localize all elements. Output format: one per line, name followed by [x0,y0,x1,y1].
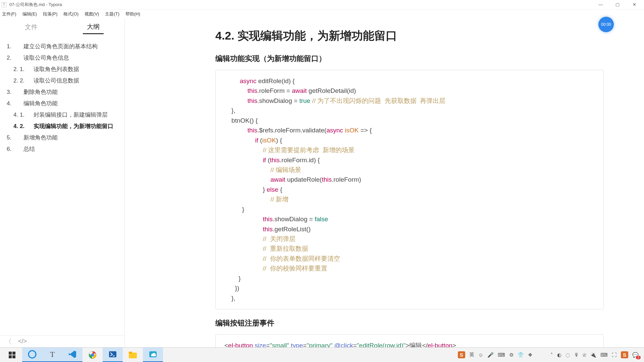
menu-theme[interactable]: 主题(T) [105,11,119,17]
ime-lang[interactable]: 英 [469,352,474,358]
outline-item[interactable]: 1.建立公司角色页面的基本结构 [7,41,118,52]
outline-panel: 1.建立公司角色页面的基本结构 2.读取公司角色信息 2. 1.读取角色列表数据… [0,38,124,335]
menu-file[interactable]: 文件(F) [2,11,16,17]
back-icon[interactable]: 〈 [5,338,11,346]
taskbar-app-chrome[interactable] [83,348,103,362]
main-area: 文件 大纲 1.建立公司角色页面的基本结构 2.读取公司角色信息 2. 1.读取… [0,19,644,347]
svg-rect-0 [9,352,12,355]
notification-count: 2 [636,356,641,359]
outline-item[interactable]: 4. 1.封装编辑接口，新建编辑弹层 [13,109,118,121]
maximize-button[interactable]: ▢ [609,0,626,9]
tab-file[interactable]: 文件 [0,19,62,38]
ime-tool-5[interactable]: ❖ [528,352,532,358]
editor-content[interactable]: 4.2. 实现编辑功能，为新增功能留口 编辑功能实现（为新增功能留口） asyn… [125,19,644,347]
taskbar-app-vscode[interactable] [62,348,83,362]
sidebar: 文件 大纲 1.建立公司角色页面的基本结构 2.读取公司角色信息 2. 1.读取… [0,19,125,347]
menu-format[interactable]: 格式(O) [63,11,78,17]
tray-icon-1[interactable]: ◌ [566,352,570,358]
window-controls: — ▢ ✕ [592,0,643,9]
sidebar-tabs: 文件 大纲 [0,19,124,38]
source-code-icon[interactable]: </> [18,338,27,345]
svg-rect-1 [12,352,15,355]
tab-outline[interactable]: 大纲 [62,19,125,38]
ime-tool-1[interactable]: 🎤 [487,352,494,358]
outline-item[interactable]: 2. 1.读取角色列表数据 [13,64,118,75]
close-button[interactable]: ✕ [626,0,643,9]
window-title: 07-公司和角色.md - Typora [9,2,62,8]
heading-sub-b: 编辑按钮注册事件 [215,318,604,328]
tray-icon-6[interactable]: ⛶ [612,352,617,358]
outline-item[interactable]: 6.总结 [7,143,118,155]
outline-item[interactable]: 5.新增角色功能 [7,132,118,143]
ime-tool-2[interactable]: ⌨ [498,352,505,358]
taskbar-app-typora[interactable]: T [42,348,62,362]
taskbar: T S 英 ☺ 🎤 ⌨ ⚙ 👕 ❖ ˄ ◐ ◌ 🎙 ⎚ 🔌 ⌨ ⛶ S 💬 2 [0,347,644,362]
heading-sub-a: 编辑功能实现（为新增功能留口） [215,54,604,64]
ime-sogou-icon[interactable]: S [458,351,465,358]
tray-expand-icon[interactable]: ˄ [550,352,553,358]
app-icon: T [1,2,7,7]
taskbar-app-cloud[interactable] [143,348,163,362]
sidebar-statusbar: 〈 </> [0,335,124,347]
tray-icon-5[interactable]: ⌨ [600,352,608,358]
tray-icon-2[interactable]: 🎙 [574,352,579,358]
minimize-button[interactable]: — [592,0,609,9]
tray-icon-3[interactable]: ⎚ [583,352,586,358]
tray-icon-0[interactable]: ◐ [557,352,561,358]
notifications-icon[interactable]: 💬 2 [632,352,639,358]
svg-rect-9 [129,352,132,354]
outline-item[interactable]: 4.编辑角色功能 [7,98,118,109]
svg-rect-3 [12,355,15,358]
code-block-2[interactable]: <el-button size="small" type="primary" @… [215,334,604,347]
outline-item[interactable]: 3.删除角色功能 [7,86,118,98]
code-block-1[interactable]: async editRole(id) { this.roleForm = awa… [215,70,604,309]
start-button[interactable] [2,348,22,362]
svg-rect-2 [9,355,12,358]
taskbar-app-1[interactable] [22,348,42,362]
outline-item[interactable]: 2.读取公司角色信息 [7,52,118,64]
menu-para[interactable]: 段落(P) [43,11,57,17]
menu-edit[interactable]: 编辑(E) [22,11,37,17]
ime-tool-0[interactable]: ☺ [478,352,483,358]
menu-view[interactable]: 视图(V) [85,11,99,17]
outline-item[interactable]: 2. 2.读取公司信息数据 [13,75,118,86]
ime-tool-3[interactable]: ⚙ [509,352,514,358]
ime-tool-4[interactable]: 👕 [518,352,524,358]
taskbar-app-powershell[interactable] [103,348,123,362]
tray-icon-4[interactable]: 🔌 [590,352,596,358]
menu-help[interactable]: 帮助(H) [125,11,140,17]
menu-bar: 文件(F) 编辑(E) 段落(P) 格式(O) 视图(V) 主题(T) 帮助(H… [0,9,644,19]
title-bar: T 07-公司和角色.md - Typora — ▢ ✕ [0,0,644,9]
tray-sogou-icon[interactable]: S [621,351,628,358]
taskbar-app-explorer[interactable] [123,348,143,362]
outline-item-active[interactable]: 4. 2.实现编辑功能，为新增功能留口 [13,121,118,132]
system-tray: S 英 ☺ 🎤 ⌨ ⚙ 👕 ❖ ˄ ◐ ◌ 🎙 ⎚ 🔌 ⌨ ⛶ S 💬 2 [458,351,642,358]
svg-point-4 [29,351,36,358]
heading-section: 4.2. 实现编辑功能，为新增功能留口 [215,28,604,44]
